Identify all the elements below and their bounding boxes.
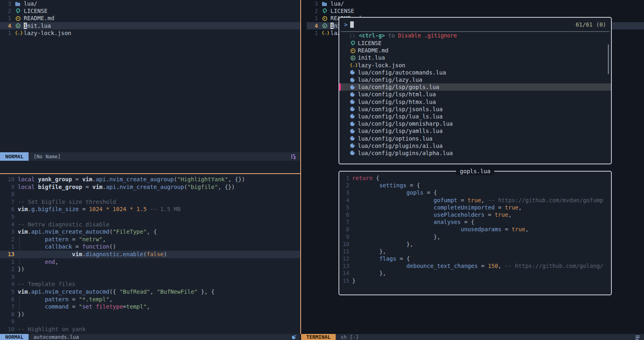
luainit-icon xyxy=(350,55,356,61)
code-line: 2}) xyxy=(0,265,300,273)
code-line: 3vim.api.nvim_create_autocmd("FileType",… xyxy=(0,228,300,236)
code-line: 5vim.api.nvim_create_autocmd({ "BufRead"… xyxy=(0,288,300,296)
header-mid: to xyxy=(385,32,398,39)
terminal-name: sh [-] xyxy=(341,334,359,340)
file-row[interactable]: 1lazy-lock.json xyxy=(0,29,300,37)
code-line: 8 unusedparams = true, xyxy=(339,226,611,233)
file-row[interactable]: 1README.md xyxy=(0,15,300,22)
code-line: 9 }, xyxy=(339,233,611,240)
preview-code: 1return {2 settings = {3 gopls = {4 gofu… xyxy=(339,172,611,284)
lua-icon xyxy=(350,69,356,75)
buffer-name: autocomands.lua xyxy=(33,334,79,340)
code-line: 3 xyxy=(0,273,300,281)
code-line: 5 xyxy=(0,213,300,221)
lua-icon xyxy=(350,128,356,134)
list-icon xyxy=(635,335,640,340)
code-line: 7│ command = "set filetype=templ", xyxy=(0,303,300,311)
folder-icon xyxy=(322,1,328,7)
code-line: 8}) xyxy=(0,311,300,318)
code-line: 7 analyses = { xyxy=(339,218,611,226)
mode-badge: NORMAL xyxy=(0,152,29,161)
file-explorer[interactable]: 3lua/2LICENSE1README.md4init.lua1lazy-lo… xyxy=(0,0,300,37)
result-item[interactable]: LICENSE xyxy=(339,39,611,47)
code-line: 14 }, xyxy=(339,270,611,277)
lua-icon xyxy=(350,106,356,112)
neovim-screen: 3lua/2LICENSE1README.md4init.lua1lazy-lo… xyxy=(0,0,644,340)
preview-title: gopls.lua xyxy=(456,167,495,175)
result-item[interactable]: lua/config/lsp/jsonls.lua xyxy=(339,106,611,113)
header-action: Disable .gitignore xyxy=(398,32,457,39)
code-line: 1│ callback = function() xyxy=(0,243,300,251)
mode-badge: NORMAL xyxy=(0,334,29,340)
lua-icon xyxy=(350,77,356,83)
code-line: 7-- Set bigfile size threshold xyxy=(0,198,300,206)
code-line: 4-- Template files xyxy=(0,280,300,288)
json-icon xyxy=(350,62,356,68)
readme-icon xyxy=(15,15,21,21)
left-pane: 3lua/2LICENSE1README.md4init.lua1lazy-lo… xyxy=(0,0,300,340)
lua-icon xyxy=(350,121,356,127)
fuzzy-finder-popup: > 61/61 (0) :: <ctrl-g> to Disable .giti… xyxy=(339,17,612,164)
code-line: 9local bigfile_group = vim.api.nvim_crea… xyxy=(0,183,300,191)
file-row[interactable]: 3lua/ xyxy=(307,0,644,7)
license-icon xyxy=(350,40,356,46)
picker-scrollbar[interactable] xyxy=(608,44,609,74)
file-row[interactable]: 2LICENSE xyxy=(307,7,644,15)
code-line: 5 completeUnimported = true, xyxy=(339,204,611,211)
mode-badge: TERMINAL xyxy=(301,334,336,340)
code-line: 15} xyxy=(339,277,611,284)
result-item[interactable]: lua/config/lsp/gopls.lua xyxy=(339,83,611,91)
file-row[interactable]: 2LICENSE xyxy=(0,7,300,15)
luainit-icon xyxy=(322,23,328,29)
lua-icon xyxy=(350,143,356,149)
license-icon xyxy=(15,8,21,14)
code-line: 6vim.g.bigfile_size = 1024 * 1024 * 1.5 … xyxy=(0,205,300,213)
preview-popup: gopls.lua 1return {2 settings = {3 gopls… xyxy=(339,171,612,295)
code-line: 12 flags = { xyxy=(339,255,611,262)
result-item[interactable]: lua/config/lsp/htmx.lua xyxy=(339,98,611,106)
readme-icon xyxy=(322,15,328,21)
code-line: 13 vim.diagnostic.enable(false) xyxy=(0,251,300,258)
file-row[interactable]: 4init.lua xyxy=(0,22,300,29)
result-item[interactable]: lua/config/autocomands.lua xyxy=(339,69,611,76)
code-line: 4 gofumpt = true, -- https://github.com/… xyxy=(339,197,611,204)
text-cursor xyxy=(350,21,354,28)
lua-icon xyxy=(350,91,356,97)
result-item[interactable]: lua/config/lsp/yamlls.lua xyxy=(339,127,611,135)
code-line: 3 gopls = { xyxy=(339,189,611,196)
code-line: 6 usePlaceholders = true, xyxy=(339,211,611,218)
lua-icon xyxy=(350,113,356,119)
match-counter: 61/61 (0) xyxy=(576,21,606,28)
tree-icon xyxy=(291,154,296,159)
picker-header: :: <ctrl-g> to Disable .gitignore xyxy=(339,32,611,39)
code-editor-autocmds[interactable]: 10local yank_group = vim.api.nvim_create… xyxy=(0,176,300,333)
result-item[interactable]: lua/config/lazy.lua xyxy=(339,76,611,83)
picker-prompt[interactable]: > 61/61 (0) xyxy=(339,18,611,31)
code-line: 11 }, xyxy=(339,248,611,255)
result-item[interactable]: lua/config/plugins/ai.lua xyxy=(339,142,611,149)
result-item[interactable]: lua/config/lsp/lua_ls.lua xyxy=(339,113,611,120)
code-line: 10 }, xyxy=(339,240,611,248)
readme-icon xyxy=(350,48,356,54)
code-line: 1│ end, xyxy=(0,258,300,266)
code-line: 2│ pattern = "netrw", xyxy=(0,236,300,243)
result-item[interactable]: init.lua xyxy=(339,54,611,61)
code-line: 9 xyxy=(0,318,300,325)
luainit-icon xyxy=(15,23,21,29)
prompt-caret: > xyxy=(344,21,347,28)
result-item[interactable]: lua/config/plugins/alpha.lua xyxy=(339,149,611,157)
window-separator-horizontal[interactable] xyxy=(0,173,300,174)
result-item[interactable]: lua/config/lsp/omnisharp.lua xyxy=(339,120,611,127)
file-row[interactable]: 3lua/ xyxy=(0,0,300,7)
code-line: 13 debounce_text_changes = 150, -- https… xyxy=(339,262,611,270)
code-line: 2 settings = { xyxy=(339,182,611,189)
code-line: 1return { xyxy=(339,174,611,182)
statusline-terminal: TERMINAL sh [-] xyxy=(301,334,644,340)
result-item[interactable]: README.md xyxy=(339,47,611,54)
result-item[interactable]: lua/config/options.lua xyxy=(339,135,611,142)
statusline-editor: NORMAL autocomands.lua xyxy=(0,334,300,340)
result-item[interactable]: lua/config/lsp/html.lua xyxy=(339,91,611,98)
result-item[interactable]: lazy-lock.json xyxy=(339,62,611,69)
lua-icon xyxy=(350,99,356,105)
picker-results: LICENSEREADME.mdinit.lualazy-lock.jsonlu… xyxy=(339,39,611,157)
